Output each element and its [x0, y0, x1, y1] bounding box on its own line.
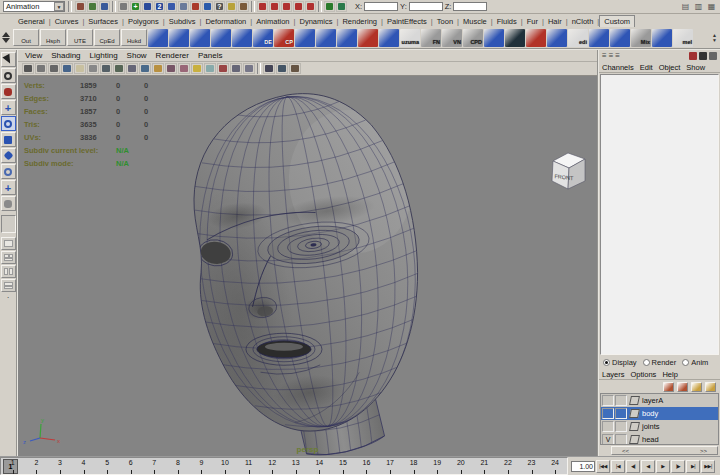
step-forward-frame-button[interactable]: |▶ [671, 460, 685, 473]
time-slider-frame-11[interactable]: 11 [237, 458, 261, 474]
layer-down-icon[interactable] [677, 382, 688, 392]
safe-title-icon[interactable] [113, 63, 125, 74]
bucket-b-shelf-item[interactable] [610, 29, 630, 47]
globe-icon[interactable] [202, 1, 213, 12]
shelf-button-cped[interactable]: CpEd [94, 29, 120, 46]
channel-box-menu-show[interactable]: Show [686, 63, 705, 72]
poly-pair-b-shelf-item[interactable] [547, 29, 567, 47]
time-slider-frame-5[interactable]: 5 [95, 458, 119, 474]
time-slider[interactable]: 1 12345678910111213141516171819202122232… [0, 457, 568, 475]
select-tool[interactable] [1, 52, 16, 67]
highlight-icon[interactable] [190, 1, 201, 12]
shelf-tab-curves[interactable]: Curves [51, 16, 83, 27]
open-scene-icon[interactable] [87, 1, 98, 12]
spray-shelf-item[interactable] [358, 29, 378, 47]
shelf-tab-polygons[interactable]: Polygons [124, 16, 163, 27]
layer-playback-cell[interactable] [615, 408, 627, 419]
time-slider-frame-7[interactable]: 7 [142, 458, 166, 474]
layer-up-icon[interactable] [663, 382, 674, 392]
output-connections-icon[interactable] [336, 1, 347, 12]
shelf-tab-hair[interactable]: Hair [544, 16, 566, 27]
layer-color-swatch[interactable] [629, 409, 640, 418]
toggle-tool-settings-icon[interactable]: ▥ [693, 1, 704, 12]
viewport-menu-shading[interactable]: Shading [51, 51, 80, 60]
snapshot-icon[interactable] [289, 63, 301, 74]
shelf-tab-painteffects[interactable]: PaintEffects [383, 16, 431, 27]
time-slider-frame-24[interactable]: 24 [543, 458, 567, 474]
layer-playback-cell[interactable] [615, 434, 627, 445]
persp-outliner-layout-button[interactable] [1, 265, 16, 278]
layer-row-joints[interactable]: joints [601, 420, 718, 433]
fn-script-shelf-item[interactable]: FN [421, 29, 441, 47]
layer-row-head[interactable]: Vhead [601, 433, 718, 445]
poly-grid-c-shelf-item[interactable] [295, 29, 315, 47]
paint-select-tool[interactable] [1, 84, 16, 99]
toggle-attribute-editor-icon[interactable]: ▤ [680, 1, 691, 12]
shelf-tab-general[interactable]: General [14, 16, 49, 27]
viewport-menu-renderer[interactable]: Renderer [156, 51, 189, 60]
layer-visibility-cell[interactable] [602, 395, 614, 406]
scale-tool[interactable] [1, 132, 16, 147]
snap-point-icon[interactable] [281, 1, 292, 12]
shelf-tab-up-icon[interactable] [2, 32, 10, 37]
four-pane-layout-button[interactable] [1, 251, 16, 264]
poly-pair-a-shelf-item[interactable] [484, 29, 504, 47]
step-back-key-button[interactable]: |◀ [611, 460, 625, 473]
layer-visibility-cell[interactable] [602, 421, 614, 432]
time-slider-frame-9[interactable]: 9 [190, 458, 214, 474]
add-selection-icon[interactable]: + [130, 1, 141, 12]
shelf-tab-deformation[interactable]: Deformation [201, 16, 250, 27]
lighting-all-icon[interactable] [191, 63, 203, 74]
channel-box-menu-channels[interactable]: Channels [602, 63, 634, 72]
soft-mod-tool[interactable] [1, 164, 16, 179]
shelf-tab-down-icon[interactable] [2, 38, 10, 43]
layer-color-swatch[interactable] [629, 435, 640, 444]
viewport-menu-lighting[interactable]: Lighting [90, 51, 118, 60]
time-slider-frame-17[interactable]: 17 [378, 458, 402, 474]
last-tool-icon[interactable] [1, 196, 16, 211]
time-slider-frame-19[interactable]: 19 [425, 458, 449, 474]
play-forwards-button[interactable]: ▶ [656, 460, 670, 473]
time-slider-frame-10[interactable]: 10 [213, 458, 237, 474]
snap-curve-icon[interactable] [269, 1, 280, 12]
shelf-tab-custom[interactable]: Custom [599, 15, 635, 27]
time-slider-frame-18[interactable]: 18 [402, 458, 426, 474]
snap-view-plane-icon[interactable] [293, 1, 304, 12]
time-slider-frame-1[interactable]: 1 [1, 458, 25, 474]
play-backwards-button[interactable]: ◀ [641, 460, 655, 473]
coord-input[interactable] [453, 2, 487, 11]
mix-script-shelf-item[interactable]: Mix [631, 29, 651, 47]
history-icon[interactable] [238, 1, 249, 12]
duplicate-icon[interactable] [178, 1, 189, 12]
channel-layout-wide-icon[interactable]: ≡ [609, 51, 614, 61]
toggle-channel-box-icon[interactable]: ▦ [706, 1, 717, 12]
lasso-tool[interactable] [1, 68, 16, 83]
viewport-menu-view[interactable]: View [25, 51, 42, 60]
gate-mask-icon[interactable] [74, 63, 86, 74]
go-to-start-button[interactable]: |◀◀ [596, 460, 610, 473]
select-hierarchy-icon[interactable] [118, 1, 129, 12]
smooth-shade-icon[interactable] [139, 63, 151, 74]
layer-editor-menu-help[interactable]: Help [662, 370, 677, 379]
time-slider-frame-23[interactable]: 23 [520, 458, 544, 474]
shelf-button-hukd[interactable]: Hukd [121, 29, 147, 46]
layer-color-swatch[interactable] [629, 422, 640, 431]
time-slider-frame-4[interactable]: 4 [72, 458, 96, 474]
single-pane-layout-button[interactable] [1, 237, 16, 250]
bucket-a-shelf-item[interactable] [589, 29, 609, 47]
shelf-tab-fluids[interactable]: Fluids [493, 16, 521, 27]
mel-page-shelf-item[interactable]: mel [673, 29, 693, 47]
layer-editor-menu-layers[interactable]: Layers [602, 370, 625, 379]
layer-playback-cell[interactable] [615, 421, 627, 432]
channel-layout-thin-icon[interactable]: ≡ [602, 51, 607, 61]
shelf-tab-rendering[interactable]: Rendering [338, 16, 381, 27]
save-scene-icon[interactable] [99, 1, 110, 12]
layer-mode-radio-anim[interactable]: Anim [682, 358, 708, 367]
cp-script-shelf-item[interactable]: CP [274, 29, 294, 47]
poly-grid-a-shelf-item[interactable] [211, 29, 231, 47]
time-slider-frame-20[interactable]: 20 [449, 458, 473, 474]
field-chart-icon[interactable] [87, 63, 99, 74]
time-slider-frame-3[interactable]: 3 [48, 458, 72, 474]
time-slider-frame-15[interactable]: 15 [331, 458, 355, 474]
shelf-tab-subdivs[interactable]: Subdivs [165, 16, 200, 27]
